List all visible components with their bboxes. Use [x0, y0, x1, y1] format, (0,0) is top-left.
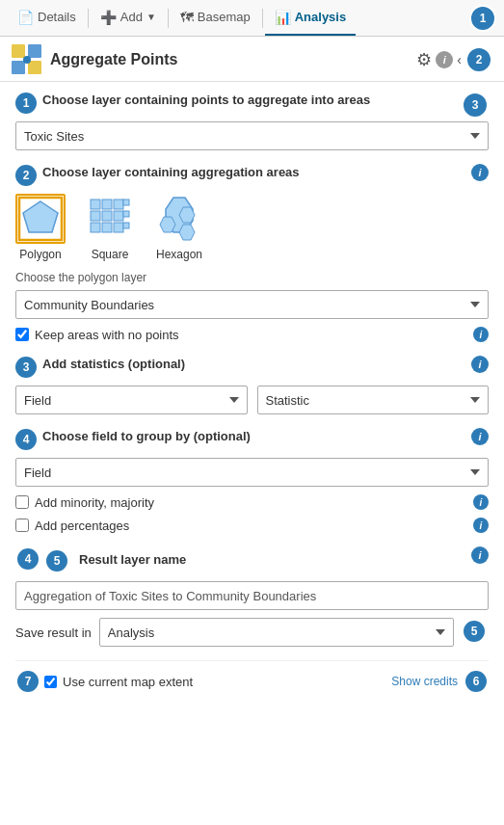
keep-areas-label: Keep areas with no points: [35, 328, 179, 342]
step1-layer-dropdown[interactable]: Toxic Sites: [15, 121, 489, 150]
step4-circle: 4: [15, 429, 37, 450]
minority-checkbox[interactable]: [15, 495, 29, 509]
minority-row: Add minority, majority i: [15, 494, 489, 510]
svg-rect-8: [102, 200, 112, 209]
shape-options: Polygon: [15, 194, 489, 261]
svg-rect-7: [91, 200, 100, 209]
step3-circle: 3: [15, 357, 37, 378]
step1-circle: 1: [15, 93, 37, 114]
step3-info-button[interactable]: i: [471, 356, 489, 373]
percentages-info-button[interactable]: i: [473, 518, 489, 533]
nav-details[interactable]: 📄 Details: [8, 0, 86, 36]
hexagon-label: Hexagon: [156, 248, 202, 261]
nav-analysis[interactable]: 📊 Analysis: [265, 0, 356, 36]
percentages-label: Add percentages: [35, 519, 129, 533]
main-content: 1 Choose layer containing points to aggr…: [0, 82, 504, 704]
nav-basemap[interactable]: 🗺 Basemap: [171, 0, 260, 36]
step4-field-dropdown[interactable]: Field: [15, 458, 489, 487]
minority-label: Add minority, majority: [35, 495, 154, 510]
save-result-row: Save result in Analysis 5: [15, 618, 489, 647]
svg-rect-13: [91, 223, 100, 232]
svg-rect-2: [12, 61, 25, 74]
step5-title: Result layer name: [79, 551, 186, 569]
step2-layer-dropdown-wrapper: Community Boundaries: [15, 290, 489, 319]
keep-areas-checkbox[interactable]: [15, 328, 29, 341]
header-info-button[interactable]: i: [436, 51, 453, 68]
step2-circle: 2: [15, 165, 37, 186]
show-credits-link[interactable]: Show credits: [391, 675, 458, 688]
svg-rect-15: [114, 223, 123, 232]
shape-hexagon[interactable]: Hexagon: [154, 194, 204, 261]
nav-add[interactable]: ➕ Add ▼: [91, 0, 166, 36]
analysis-icon: 📊: [275, 10, 291, 25]
svg-rect-16: [123, 200, 129, 205]
step2-layer-dropdown[interactable]: Community Boundaries: [15, 290, 489, 319]
use-extent-label: Use current map extent: [63, 675, 193, 689]
nav-separator-3: [262, 9, 263, 28]
nav-add-dropdown-arrow: ▼: [146, 12, 156, 22]
bottom-row: 7 Use current map extent Show credits 6: [15, 660, 489, 694]
use-extent-checkbox[interactable]: [44, 676, 57, 688]
nav-basemap-label: Basemap: [198, 10, 251, 24]
svg-rect-17: [123, 211, 129, 217]
nav-separator-1: [88, 9, 89, 28]
step3-field-wrapper: Field: [15, 386, 248, 414]
step3-field-dropdown[interactable]: Field: [15, 386, 248, 414]
square-icon: [85, 194, 135, 244]
result-layer-name-input[interactable]: [15, 581, 489, 610]
percentages-checkbox[interactable]: [15, 519, 29, 532]
callout-4: 4: [15, 546, 40, 572]
svg-rect-0: [12, 44, 25, 58]
nav-add-label: Add: [120, 10, 143, 24]
page-title: Aggregate Points: [50, 51, 177, 68]
step4-info-button[interactable]: i: [471, 428, 489, 445]
top-nav: 📄 Details ➕ Add ▼ 🗺 Basemap 📊 Analysis 1: [0, 0, 504, 37]
step3-statistic-dropdown[interactable]: Statistic: [257, 386, 490, 414]
save-result-dropdown-wrapper: Analysis: [99, 618, 454, 647]
step3-statistic-wrapper: Statistic: [257, 386, 490, 414]
svg-rect-11: [102, 211, 112, 221]
step2-title: Choose layer containing aggregation area…: [42, 164, 465, 181]
shape-polygon[interactable]: Polygon: [15, 194, 66, 261]
step5-info-button[interactable]: i: [471, 546, 489, 564]
callout-5: 5: [462, 619, 487, 644]
shape-square[interactable]: Square: [85, 194, 135, 261]
callout-7: 7: [15, 669, 40, 694]
callout-3: 3: [462, 92, 489, 119]
svg-rect-9: [114, 200, 123, 209]
details-icon: 📄: [17, 10, 34, 25]
callout-2: 2: [465, 46, 492, 73]
step4-section: 4 Choose field to group by (optional) i …: [15, 428, 489, 533]
back-button[interactable]: ‹: [457, 52, 462, 67]
step4-field-wrapper: Field: [15, 458, 489, 487]
callout-1: 1: [469, 5, 496, 32]
step1-title: Choose layer containing points to aggreg…: [42, 92, 458, 109]
step3-title: Add statistics (optional): [42, 356, 465, 373]
callout-6: 6: [464, 669, 489, 694]
step5-circle: 5: [46, 550, 67, 572]
percentages-row: Add percentages i: [15, 518, 489, 533]
add-icon: ➕: [100, 10, 117, 25]
svg-marker-21: [160, 217, 175, 232]
step3-section: 3 Add statistics (optional) i Field Stat…: [15, 356, 489, 414]
save-result-dropdown[interactable]: Analysis: [99, 618, 454, 647]
keep-areas-info-button[interactable]: i: [473, 327, 489, 342]
svg-rect-1: [28, 44, 41, 58]
page-wrapper: 📄 Details ➕ Add ▼ 🗺 Basemap 📊 Analysis 1: [0, 0, 504, 704]
use-extent-row: Use current map extent: [44, 675, 193, 689]
square-label: Square: [92, 248, 129, 261]
svg-rect-12: [114, 211, 123, 221]
svg-rect-18: [123, 223, 129, 228]
step5-section: 4 5 Result layer name i Save result in A…: [15, 546, 489, 647]
step1-layer-dropdown-wrapper: Toxic Sites: [15, 121, 489, 150]
polygon-label: Polygon: [19, 248, 61, 261]
step2-info-button[interactable]: i: [471, 164, 489, 181]
svg-marker-20: [179, 207, 195, 223]
keep-areas-row: Keep areas with no points i: [15, 327, 489, 342]
basemap-icon: 🗺: [180, 10, 194, 25]
aggregate-points-icon: [12, 44, 42, 75]
hexagon-icon: [154, 194, 204, 244]
settings-button[interactable]: ⚙: [416, 49, 432, 70]
minority-info-button[interactable]: i: [473, 494, 489, 510]
save-result-label: Save result in: [15, 625, 92, 640]
